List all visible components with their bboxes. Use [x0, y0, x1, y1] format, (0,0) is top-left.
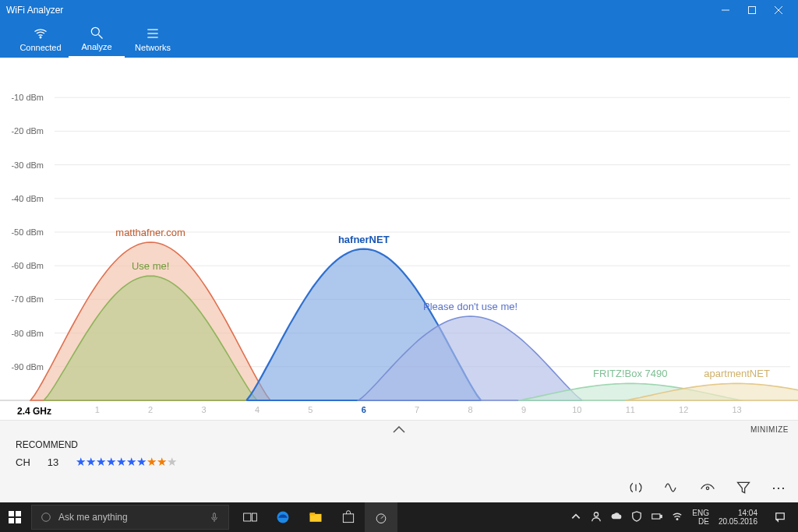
tab-label: Connected — [19, 43, 61, 52]
cortana-icon — [40, 511, 52, 523]
svg-point-49 — [706, 487, 708, 489]
tab-label: Analyze — [81, 42, 111, 51]
svg-text:6: 6 — [362, 405, 366, 414]
svg-rect-59 — [252, 513, 257, 521]
expand-panel-button[interactable] — [393, 425, 405, 436]
tray-wifi-icon[interactable] — [672, 511, 683, 524]
list-icon — [145, 26, 161, 41]
system-tray: ENGDE 14:0420.05.2016 — [570, 502, 798, 532]
taskbar-app-edge[interactable] — [267, 502, 299, 532]
svg-text:5: 5 — [308, 405, 312, 414]
taskbar-app-store[interactable] — [332, 502, 365, 532]
band-label: 2.4 GHz — [17, 406, 51, 417]
close-window-button[interactable] — [765, 0, 792, 20]
svg-rect-1 — [749, 7, 756, 14]
svg-text:10: 10 — [572, 405, 581, 414]
taskbar-app-explorer[interactable] — [299, 502, 332, 532]
tray-chevron-icon[interactable] — [570, 511, 581, 524]
svg-text:3: 3 — [201, 405, 206, 414]
recommended-channel: 13 — [48, 456, 58, 468]
tab-networks[interactable]: Networks — [125, 20, 181, 58]
rating-stars: ★★★★★★★★★★ — [76, 455, 177, 469]
cortana-search[interactable]: Ask me anything — [31, 505, 229, 530]
task-view-button[interactable] — [234, 502, 267, 532]
more-icon[interactable]: ⋯ — [772, 480, 786, 498]
signal-chart: -10 dBm-20 dBm-30 dBm-40 dBm-50 dBm-60 d… — [0, 58, 798, 421]
tray-onedrive-icon[interactable] — [611, 511, 622, 524]
beacon-icon[interactable] — [628, 480, 644, 498]
svg-point-69 — [676, 518, 678, 520]
filter-icon[interactable] — [736, 480, 751, 498]
recommend-panel: MINIMIZE RECOMMEND CH 13 ★★★★★★★★★★ ⋯ — [0, 421, 798, 502]
wifi-icon — [33, 26, 48, 41]
svg-rect-53 — [9, 518, 14, 523]
svg-rect-52 — [16, 511, 21, 516]
command-bar: Connected Analyze Networks — [0, 20, 798, 58]
svg-rect-62 — [310, 513, 316, 515]
minimize-panel-button[interactable]: MINIMIZE — [750, 425, 789, 434]
svg-rect-67 — [652, 513, 660, 518]
tray-defender-icon[interactable] — [631, 511, 642, 524]
wave-icon[interactable] — [664, 480, 680, 498]
maximize-window-button[interactable] — [739, 0, 765, 20]
mic-icon[interactable] — [208, 511, 221, 523]
svg-text:Use me!: Use me! — [132, 260, 169, 272]
svg-text:4: 4 — [255, 405, 260, 414]
svg-line-65 — [381, 516, 383, 518]
svg-rect-58 — [244, 513, 251, 521]
svg-text:12: 12 — [679, 405, 688, 414]
windows-taskbar: Ask me anything ENGDE 14:0420.05.2016 — [0, 502, 798, 532]
svg-point-4 — [40, 37, 41, 38]
svg-text:-50 dBm: -50 dBm — [11, 227, 44, 237]
tab-connected[interactable]: Connected — [12, 20, 69, 58]
svg-text:-10 dBm: -10 dBm — [11, 93, 44, 102]
svg-text:-40 dBm: -40 dBm — [11, 194, 44, 203]
svg-text:1: 1 — [95, 405, 100, 414]
recommend-title: RECOMMEND — [16, 439, 782, 450]
svg-text:13: 13 — [732, 405, 741, 414]
tray-clock[interactable]: 14:0420.05.2016 — [719, 509, 757, 526]
svg-text:7: 7 — [415, 405, 419, 414]
svg-text:-20 dBm: -20 dBm — [11, 126, 44, 136]
action-center-button[interactable] — [767, 502, 793, 532]
svg-text:matthafner.com: matthafner.com — [115, 227, 185, 238]
taskbar-app-wifi-analyzer[interactable] — [365, 502, 397, 532]
tray-people-icon[interactable] — [591, 511, 602, 524]
svg-rect-68 — [661, 515, 662, 517]
svg-marker-50 — [738, 482, 750, 492]
svg-text:-70 dBm: -70 dBm — [11, 294, 44, 304]
svg-rect-56 — [214, 513, 216, 519]
minimize-window-button[interactable] — [712, 0, 739, 20]
search-placeholder: Ask me anything — [58, 512, 128, 523]
tab-label: Networks — [135, 43, 171, 52]
tab-analyze[interactable]: Analyze — [69, 20, 125, 58]
app-title: WiFi Analyzer — [6, 5, 63, 16]
svg-text:hafnerNET: hafnerNET — [338, 234, 390, 245]
svg-text:Please don't use me!: Please don't use me! — [423, 301, 517, 312]
svg-point-55 — [42, 513, 51, 522]
svg-line-6 — [99, 35, 103, 39]
svg-text:-80 dBm: -80 dBm — [11, 329, 44, 338]
svg-text:FRITZ!Box 7490: FRITZ!Box 7490 — [593, 368, 667, 379]
svg-text:apartmentNET: apartmentNET — [704, 368, 770, 379]
svg-text:-90 dBm: -90 dBm — [11, 362, 44, 372]
svg-point-5 — [91, 27, 99, 35]
svg-rect-63 — [343, 514, 353, 523]
svg-rect-70 — [776, 513, 785, 520]
svg-text:8: 8 — [468, 405, 473, 414]
eye-icon[interactable] — [700, 480, 715, 498]
analyze-icon — [89, 25, 104, 41]
tray-battery-icon[interactable] — [651, 511, 662, 524]
svg-text:2: 2 — [148, 405, 153, 414]
svg-rect-51 — [9, 511, 14, 516]
channel-label: CH — [16, 456, 30, 468]
svg-point-66 — [595, 512, 598, 516]
tray-language[interactable]: ENGDE — [692, 509, 709, 526]
svg-text:9: 9 — [521, 405, 526, 414]
svg-text:11: 11 — [626, 405, 635, 414]
start-button[interactable] — [0, 511, 30, 523]
svg-text:-30 dBm: -30 dBm — [11, 160, 44, 170]
window-titlebar: WiFi Analyzer — [0, 0, 798, 20]
svg-rect-54 — [16, 518, 21, 523]
svg-text:-60 dBm: -60 dBm — [11, 261, 44, 270]
